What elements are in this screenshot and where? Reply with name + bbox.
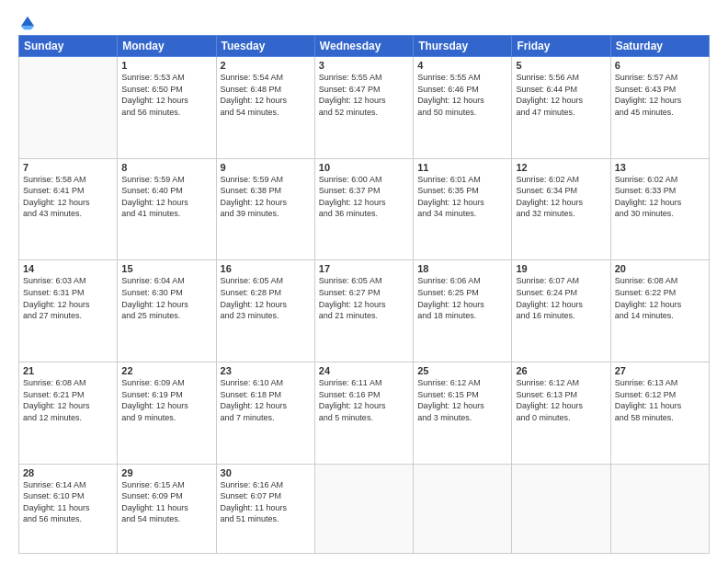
calendar-cell: 7Sunrise: 5:58 AM Sunset: 6:41 PM Daylig… [19, 158, 118, 260]
calendar-cell: 22Sunrise: 6:09 AM Sunset: 6:19 PM Dayli… [118, 362, 216, 464]
day-number: 9 [221, 162, 311, 173]
day-number: 22 [121, 365, 211, 376]
day-number: 21 [23, 365, 113, 376]
day-number: 27 [615, 365, 705, 376]
weekday-header-monday: Monday [118, 36, 216, 57]
calendar-cell: 13Sunrise: 6:02 AM Sunset: 6:33 PM Dayli… [610, 158, 709, 260]
day-number: 7 [23, 162, 113, 173]
day-info: Sunrise: 6:15 AM Sunset: 6:09 PM Dayligh… [121, 479, 211, 525]
weekday-header-sunday: Sunday [19, 36, 118, 57]
calendar-week-row: 21Sunrise: 6:08 AM Sunset: 6:21 PM Dayli… [19, 362, 710, 464]
day-info: Sunrise: 5:55 AM Sunset: 6:47 PM Dayligh… [319, 72, 409, 118]
day-info: Sunrise: 6:07 AM Sunset: 6:24 PM Dayligh… [516, 275, 606, 321]
day-number: 4 [417, 60, 507, 71]
day-number: 12 [516, 162, 606, 173]
day-number: 16 [221, 263, 311, 274]
day-number: 30 [221, 467, 311, 478]
day-info: Sunrise: 6:16 AM Sunset: 6:07 PM Dayligh… [221, 479, 311, 525]
weekday-header-thursday: Thursday [414, 36, 512, 57]
calendar-week-row: 1Sunrise: 5:53 AM Sunset: 6:50 PM Daylig… [19, 57, 710, 159]
logo [18, 17, 36, 28]
day-info: Sunrise: 6:05 AM Sunset: 6:27 PM Dayligh… [319, 275, 409, 321]
calendar-cell [610, 464, 709, 553]
weekday-header-tuesday: Tuesday [216, 36, 314, 57]
day-number: 18 [417, 263, 507, 274]
calendar-cell: 4Sunrise: 5:55 AM Sunset: 6:46 PM Daylig… [414, 57, 512, 159]
day-info: Sunrise: 6:00 AM Sunset: 6:37 PM Dayligh… [319, 174, 409, 220]
day-number: 20 [615, 263, 705, 274]
day-info: Sunrise: 5:54 AM Sunset: 6:48 PM Dayligh… [221, 72, 311, 118]
calendar-cell: 9Sunrise: 5:59 AM Sunset: 6:38 PM Daylig… [216, 158, 314, 260]
calendar-cell [19, 57, 118, 159]
day-number: 5 [516, 60, 606, 71]
day-number: 25 [417, 365, 507, 376]
day-info: Sunrise: 6:06 AM Sunset: 6:25 PM Dayligh… [417, 275, 507, 321]
day-number: 26 [516, 365, 606, 376]
day-number: 11 [417, 162, 507, 173]
day-number: 2 [221, 60, 311, 71]
calendar-cell: 14Sunrise: 6:03 AM Sunset: 6:31 PM Dayli… [19, 260, 118, 362]
day-info: Sunrise: 6:13 AM Sunset: 6:12 PM Dayligh… [615, 377, 705, 423]
day-number: 17 [319, 263, 409, 274]
day-number: 6 [615, 60, 705, 71]
calendar-cell: 25Sunrise: 6:12 AM Sunset: 6:15 PM Dayli… [414, 362, 512, 464]
calendar-cell: 18Sunrise: 6:06 AM Sunset: 6:25 PM Dayli… [414, 260, 512, 362]
day-number: 28 [23, 467, 113, 478]
calendar-cell: 17Sunrise: 6:05 AM Sunset: 6:27 PM Dayli… [314, 260, 413, 362]
calendar-cell: 19Sunrise: 6:07 AM Sunset: 6:24 PM Dayli… [512, 260, 610, 362]
calendar-cell [512, 464, 610, 553]
day-info: Sunrise: 5:55 AM Sunset: 6:46 PM Dayligh… [417, 72, 507, 118]
calendar-table: SundayMondayTuesdayWednesdayThursdayFrid… [18, 35, 710, 554]
calendar-cell: 3Sunrise: 5:55 AM Sunset: 6:47 PM Daylig… [314, 57, 413, 159]
calendar-week-row: 7Sunrise: 5:58 AM Sunset: 6:41 PM Daylig… [19, 158, 710, 260]
calendar-cell: 28Sunrise: 6:14 AM Sunset: 6:10 PM Dayli… [19, 464, 118, 553]
day-number: 1 [121, 60, 211, 71]
day-info: Sunrise: 6:01 AM Sunset: 6:35 PM Dayligh… [417, 174, 507, 220]
day-info: Sunrise: 6:14 AM Sunset: 6:10 PM Dayligh… [23, 479, 113, 525]
day-info: Sunrise: 6:09 AM Sunset: 6:19 PM Dayligh… [121, 377, 211, 423]
calendar-cell: 8Sunrise: 5:59 AM Sunset: 6:40 PM Daylig… [118, 158, 216, 260]
day-info: Sunrise: 6:04 AM Sunset: 6:30 PM Dayligh… [121, 275, 211, 321]
day-number: 10 [319, 162, 409, 173]
weekday-header-wednesday: Wednesday [314, 36, 413, 57]
svg-marker-1 [21, 27, 34, 30]
day-number: 3 [319, 60, 409, 71]
calendar-cell: 30Sunrise: 6:16 AM Sunset: 6:07 PM Dayli… [216, 464, 314, 553]
day-number: 29 [121, 467, 211, 478]
calendar-cell: 10Sunrise: 6:00 AM Sunset: 6:37 PM Dayli… [314, 158, 413, 260]
calendar-cell: 23Sunrise: 6:10 AM Sunset: 6:18 PM Dayli… [216, 362, 314, 464]
day-info: Sunrise: 6:08 AM Sunset: 6:21 PM Dayligh… [23, 377, 113, 423]
calendar-week-row: 28Sunrise: 6:14 AM Sunset: 6:10 PM Dayli… [19, 464, 710, 553]
svg-marker-0 [21, 17, 34, 27]
day-info: Sunrise: 5:59 AM Sunset: 6:40 PM Dayligh… [121, 174, 211, 220]
calendar-cell: 16Sunrise: 6:05 AM Sunset: 6:28 PM Dayli… [216, 260, 314, 362]
day-info: Sunrise: 6:08 AM Sunset: 6:22 PM Dayligh… [615, 275, 705, 321]
calendar-cell: 29Sunrise: 6:15 AM Sunset: 6:09 PM Dayli… [118, 464, 216, 553]
day-info: Sunrise: 6:12 AM Sunset: 6:13 PM Dayligh… [516, 377, 606, 423]
day-number: 13 [615, 162, 705, 173]
weekday-header-friday: Friday [512, 36, 610, 57]
calendar-cell: 26Sunrise: 6:12 AM Sunset: 6:13 PM Dayli… [512, 362, 610, 464]
day-info: Sunrise: 6:03 AM Sunset: 6:31 PM Dayligh… [23, 275, 113, 321]
calendar-cell [314, 464, 413, 553]
day-info: Sunrise: 5:59 AM Sunset: 6:38 PM Dayligh… [221, 174, 311, 220]
day-number: 19 [516, 263, 606, 274]
day-info: Sunrise: 6:10 AM Sunset: 6:18 PM Dayligh… [221, 377, 311, 423]
day-number: 24 [319, 365, 409, 376]
day-info: Sunrise: 6:11 AM Sunset: 6:16 PM Dayligh… [319, 377, 409, 423]
weekday-header-saturday: Saturday [610, 36, 709, 57]
calendar-cell: 20Sunrise: 6:08 AM Sunset: 6:22 PM Dayli… [610, 260, 709, 362]
day-info: Sunrise: 5:53 AM Sunset: 6:50 PM Dayligh… [121, 72, 211, 118]
day-info: Sunrise: 6:05 AM Sunset: 6:28 PM Dayligh… [221, 275, 311, 321]
weekday-header-row: SundayMondayTuesdayWednesdayThursdayFrid… [19, 36, 710, 57]
calendar-cell: 12Sunrise: 6:02 AM Sunset: 6:34 PM Dayli… [512, 158, 610, 260]
day-number: 8 [121, 162, 211, 173]
calendar-cell: 6Sunrise: 5:57 AM Sunset: 6:43 PM Daylig… [610, 57, 709, 159]
day-info: Sunrise: 6:12 AM Sunset: 6:15 PM Dayligh… [417, 377, 507, 423]
day-info: Sunrise: 5:57 AM Sunset: 6:43 PM Dayligh… [615, 72, 705, 118]
calendar-cell: 21Sunrise: 6:08 AM Sunset: 6:21 PM Dayli… [19, 362, 118, 464]
day-info: Sunrise: 6:02 AM Sunset: 6:34 PM Dayligh… [516, 174, 606, 220]
calendar-cell: 24Sunrise: 6:11 AM Sunset: 6:16 PM Dayli… [314, 362, 413, 464]
calendar-cell: 27Sunrise: 6:13 AM Sunset: 6:12 PM Dayli… [610, 362, 709, 464]
day-info: Sunrise: 6:02 AM Sunset: 6:33 PM Dayligh… [615, 174, 705, 220]
